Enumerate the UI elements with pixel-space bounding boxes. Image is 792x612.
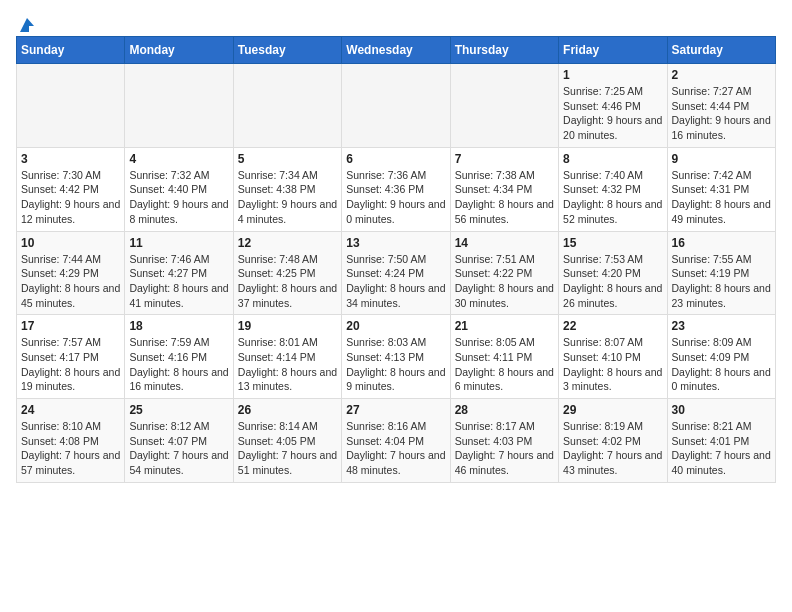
calendar-cell — [17, 64, 125, 148]
day-info: Sunrise: 7:53 AMSunset: 4:20 PMDaylight:… — [563, 252, 662, 311]
calendar-cell: 30Sunrise: 8:21 AMSunset: 4:01 PMDayligh… — [667, 399, 775, 483]
header-day-friday: Friday — [559, 37, 667, 64]
calendar-cell: 11Sunrise: 7:46 AMSunset: 4:27 PMDayligh… — [125, 231, 233, 315]
day-info: Sunrise: 7:27 AMSunset: 4:44 PMDaylight:… — [672, 84, 771, 143]
day-number: 2 — [672, 68, 771, 82]
calendar-cell: 5Sunrise: 7:34 AMSunset: 4:38 PMDaylight… — [233, 147, 341, 231]
day-number: 20 — [346, 319, 445, 333]
calendar-cell: 23Sunrise: 8:09 AMSunset: 4:09 PMDayligh… — [667, 315, 775, 399]
day-info: Sunrise: 8:14 AMSunset: 4:05 PMDaylight:… — [238, 419, 337, 478]
calendar-cell: 3Sunrise: 7:30 AMSunset: 4:42 PMDaylight… — [17, 147, 125, 231]
calendar-cell — [450, 64, 558, 148]
day-info: Sunrise: 8:09 AMSunset: 4:09 PMDaylight:… — [672, 335, 771, 394]
day-number: 26 — [238, 403, 337, 417]
day-number: 1 — [563, 68, 662, 82]
day-info: Sunrise: 7:36 AMSunset: 4:36 PMDaylight:… — [346, 168, 445, 227]
day-number: 10 — [21, 236, 120, 250]
day-info: Sunrise: 8:17 AMSunset: 4:03 PMDaylight:… — [455, 419, 554, 478]
day-number: 23 — [672, 319, 771, 333]
day-number: 30 — [672, 403, 771, 417]
calendar-week-2: 3Sunrise: 7:30 AMSunset: 4:42 PMDaylight… — [17, 147, 776, 231]
day-info: Sunrise: 7:48 AMSunset: 4:25 PMDaylight:… — [238, 252, 337, 311]
day-number: 5 — [238, 152, 337, 166]
day-info: Sunrise: 8:01 AMSunset: 4:14 PMDaylight:… — [238, 335, 337, 394]
day-info: Sunrise: 7:46 AMSunset: 4:27 PMDaylight:… — [129, 252, 228, 311]
day-info: Sunrise: 7:38 AMSunset: 4:34 PMDaylight:… — [455, 168, 554, 227]
day-info: Sunrise: 7:42 AMSunset: 4:31 PMDaylight:… — [672, 168, 771, 227]
day-info: Sunrise: 7:32 AMSunset: 4:40 PMDaylight:… — [129, 168, 228, 227]
calendar-cell: 21Sunrise: 8:05 AMSunset: 4:11 PMDayligh… — [450, 315, 558, 399]
day-info: Sunrise: 8:16 AMSunset: 4:04 PMDaylight:… — [346, 419, 445, 478]
calendar-cell: 20Sunrise: 8:03 AMSunset: 4:13 PMDayligh… — [342, 315, 450, 399]
day-number: 25 — [129, 403, 228, 417]
calendar-cell: 28Sunrise: 8:17 AMSunset: 4:03 PMDayligh… — [450, 399, 558, 483]
header-day-sunday: Sunday — [17, 37, 125, 64]
calendar-cell: 4Sunrise: 7:32 AMSunset: 4:40 PMDaylight… — [125, 147, 233, 231]
day-number: 6 — [346, 152, 445, 166]
calendar-cell — [125, 64, 233, 148]
calendar-cell — [233, 64, 341, 148]
calendar-cell: 29Sunrise: 8:19 AMSunset: 4:02 PMDayligh… — [559, 399, 667, 483]
calendar-header-row: SundayMondayTuesdayWednesdayThursdayFrid… — [17, 37, 776, 64]
day-number: 18 — [129, 319, 228, 333]
calendar-cell: 7Sunrise: 7:38 AMSunset: 4:34 PMDaylight… — [450, 147, 558, 231]
day-info: Sunrise: 8:03 AMSunset: 4:13 PMDaylight:… — [346, 335, 445, 394]
calendar-cell: 15Sunrise: 7:53 AMSunset: 4:20 PMDayligh… — [559, 231, 667, 315]
day-info: Sunrise: 8:05 AMSunset: 4:11 PMDaylight:… — [455, 335, 554, 394]
day-number: 15 — [563, 236, 662, 250]
day-number: 12 — [238, 236, 337, 250]
day-info: Sunrise: 7:44 AMSunset: 4:29 PMDaylight:… — [21, 252, 120, 311]
calendar: SundayMondayTuesdayWednesdayThursdayFrid… — [16, 36, 776, 483]
logo — [16, 16, 36, 30]
header-day-saturday: Saturday — [667, 37, 775, 64]
calendar-cell: 25Sunrise: 8:12 AMSunset: 4:07 PMDayligh… — [125, 399, 233, 483]
day-number: 29 — [563, 403, 662, 417]
calendar-cell: 18Sunrise: 7:59 AMSunset: 4:16 PMDayligh… — [125, 315, 233, 399]
day-number: 28 — [455, 403, 554, 417]
day-info: Sunrise: 7:25 AMSunset: 4:46 PMDaylight:… — [563, 84, 662, 143]
calendar-cell: 2Sunrise: 7:27 AMSunset: 4:44 PMDaylight… — [667, 64, 775, 148]
header — [16, 16, 776, 30]
calendar-cell: 22Sunrise: 8:07 AMSunset: 4:10 PMDayligh… — [559, 315, 667, 399]
header-day-wednesday: Wednesday — [342, 37, 450, 64]
calendar-cell: 17Sunrise: 7:57 AMSunset: 4:17 PMDayligh… — [17, 315, 125, 399]
day-info: Sunrise: 7:57 AMSunset: 4:17 PMDaylight:… — [21, 335, 120, 394]
calendar-cell: 26Sunrise: 8:14 AMSunset: 4:05 PMDayligh… — [233, 399, 341, 483]
day-number: 8 — [563, 152, 662, 166]
calendar-week-4: 17Sunrise: 7:57 AMSunset: 4:17 PMDayligh… — [17, 315, 776, 399]
logo-triangle-icon — [18, 16, 36, 34]
day-info: Sunrise: 7:30 AMSunset: 4:42 PMDaylight:… — [21, 168, 120, 227]
day-info: Sunrise: 8:21 AMSunset: 4:01 PMDaylight:… — [672, 419, 771, 478]
calendar-cell: 10Sunrise: 7:44 AMSunset: 4:29 PMDayligh… — [17, 231, 125, 315]
calendar-cell: 13Sunrise: 7:50 AMSunset: 4:24 PMDayligh… — [342, 231, 450, 315]
day-number: 7 — [455, 152, 554, 166]
calendar-cell: 12Sunrise: 7:48 AMSunset: 4:25 PMDayligh… — [233, 231, 341, 315]
day-info: Sunrise: 8:12 AMSunset: 4:07 PMDaylight:… — [129, 419, 228, 478]
calendar-cell: 1Sunrise: 7:25 AMSunset: 4:46 PMDaylight… — [559, 64, 667, 148]
day-number: 21 — [455, 319, 554, 333]
day-info: Sunrise: 7:50 AMSunset: 4:24 PMDaylight:… — [346, 252, 445, 311]
calendar-cell: 16Sunrise: 7:55 AMSunset: 4:19 PMDayligh… — [667, 231, 775, 315]
day-info: Sunrise: 8:19 AMSunset: 4:02 PMDaylight:… — [563, 419, 662, 478]
day-info: Sunrise: 7:34 AMSunset: 4:38 PMDaylight:… — [238, 168, 337, 227]
calendar-cell — [342, 64, 450, 148]
calendar-week-1: 1Sunrise: 7:25 AMSunset: 4:46 PMDaylight… — [17, 64, 776, 148]
day-number: 24 — [21, 403, 120, 417]
day-number: 3 — [21, 152, 120, 166]
day-number: 16 — [672, 236, 771, 250]
header-day-thursday: Thursday — [450, 37, 558, 64]
calendar-cell: 19Sunrise: 8:01 AMSunset: 4:14 PMDayligh… — [233, 315, 341, 399]
day-number: 17 — [21, 319, 120, 333]
day-info: Sunrise: 7:59 AMSunset: 4:16 PMDaylight:… — [129, 335, 228, 394]
day-info: Sunrise: 8:10 AMSunset: 4:08 PMDaylight:… — [21, 419, 120, 478]
calendar-week-5: 24Sunrise: 8:10 AMSunset: 4:08 PMDayligh… — [17, 399, 776, 483]
day-number: 27 — [346, 403, 445, 417]
header-day-tuesday: Tuesday — [233, 37, 341, 64]
day-number: 19 — [238, 319, 337, 333]
calendar-cell: 6Sunrise: 7:36 AMSunset: 4:36 PMDaylight… — [342, 147, 450, 231]
calendar-week-3: 10Sunrise: 7:44 AMSunset: 4:29 PMDayligh… — [17, 231, 776, 315]
day-number: 14 — [455, 236, 554, 250]
calendar-cell: 24Sunrise: 8:10 AMSunset: 4:08 PMDayligh… — [17, 399, 125, 483]
day-info: Sunrise: 7:40 AMSunset: 4:32 PMDaylight:… — [563, 168, 662, 227]
day-number: 4 — [129, 152, 228, 166]
